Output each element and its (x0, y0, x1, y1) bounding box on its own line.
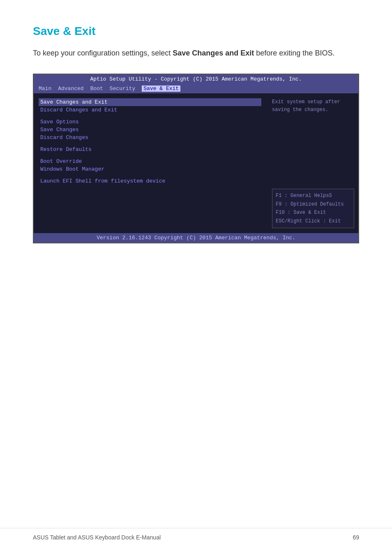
bios-item-windows-boot-manager[interactable]: Windows Boot Manager (40, 165, 261, 173)
bios-item-discard-changes[interactable]: Discard Changes (40, 134, 261, 141)
bios-nav-advanced[interactable]: Advanced (58, 86, 83, 92)
bios-header: Aptio Setup Utility - Copyright (C) 2015… (34, 74, 358, 84)
bios-help-text: Exit system setup aftersaving the change… (272, 98, 354, 114)
page-title: Save & Exit (33, 25, 359, 38)
bios-nav: Main Advanced Boot Security Save & Exit (34, 84, 358, 93)
bios-key-hints: F1 : General HelpsS F9 : Optimized Defau… (272, 189, 354, 228)
footer-manual-title: ASUS Tablet and ASUS Keyboard Dock E-Man… (33, 534, 161, 541)
bios-item-discard-and-exit[interactable]: Discard Changes and Exit (40, 106, 261, 114)
bios-item-restore-defaults[interactable]: Restore Defaults (40, 146, 261, 153)
page-description: To keep your configuration settings, sel… (33, 48, 359, 59)
bios-right-panel: Exit system setup aftersaving the change… (268, 93, 358, 233)
bios-menu: Save Changes and Exit Discard Changes an… (34, 93, 268, 233)
bios-item-save-options[interactable]: Save Options (40, 118, 261, 126)
bios-key-f9: F9 : Optimized Defaults (276, 200, 350, 208)
footer-page-number: 69 (353, 534, 359, 541)
bios-nav-security[interactable]: Security (110, 86, 135, 92)
bios-item-launch-efi[interactable]: Launch EFI Shell from filesystem device (40, 177, 261, 185)
bios-nav-main[interactable]: Main (39, 86, 51, 92)
description-bold: Save Changes and Exit (173, 49, 254, 57)
bios-key-f1: F1 : General HelpsS (276, 192, 350, 200)
page-footer: ASUS Tablet and ASUS Keyboard Dock E-Man… (0, 528, 392, 541)
bios-nav-save-exit[interactable]: Save & Exit (142, 86, 180, 92)
bios-item-save-changes[interactable]: Save Changes (40, 126, 261, 134)
bios-spacer-3 (40, 153, 261, 157)
bios-item-save-and-exit[interactable]: Save Changes and Exit (39, 98, 261, 106)
bios-spacer-1 (40, 114, 261, 118)
bios-body: Save Changes and Exit Discard Changes an… (34, 93, 358, 233)
bios-spacer-2 (40, 141, 261, 146)
bios-key-f10: F10 : Save & Exit (276, 208, 350, 217)
bios-key-esc: ESC/Right Click : Exit (276, 217, 350, 225)
bios-footer: Version 2.16.1243 Copyright (C) 2015 Ame… (34, 233, 358, 243)
description-after: before exiting the BIOS. (254, 49, 334, 57)
bios-spacer-4 (40, 173, 261, 177)
description-before: To keep your configuration settings, sel… (33, 49, 173, 57)
bios-item-boot-override[interactable]: Boot Override (40, 157, 261, 165)
bios-screen: Aptio Setup Utility - Copyright (C) 2015… (33, 74, 359, 243)
bios-nav-boot[interactable]: Boot (90, 86, 103, 92)
